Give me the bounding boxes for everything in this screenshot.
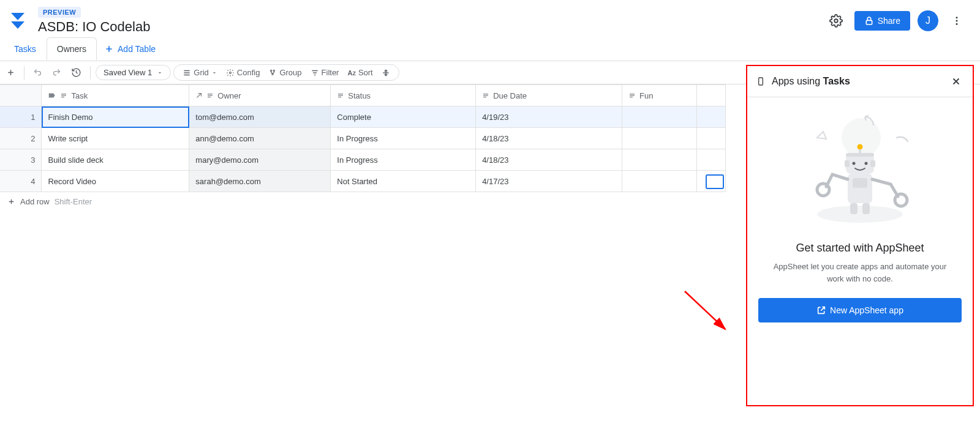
- cell-status[interactable]: Complete: [331, 106, 476, 128]
- text-icon: [628, 92, 636, 99]
- svg-point-2: [956, 17, 958, 18]
- cell-status[interactable]: Not Started: [331, 171, 476, 192]
- title-section: PREVIEW ASDB: IO Codelab: [38, 7, 825, 35]
- add-record-button[interactable]: [2, 65, 19, 80]
- svg-point-5: [229, 72, 231, 73]
- header-rownum[interactable]: [0, 85, 42, 106]
- text-icon: [482, 92, 489, 99]
- cell-fun[interactable]: [622, 171, 697, 192]
- undo-button[interactable]: [29, 65, 46, 80]
- svg-rect-1: [866, 20, 872, 24]
- row-number[interactable]: 1: [0, 106, 42, 128]
- open-external-icon: [816, 305, 826, 315]
- sort-button[interactable]: AZSort: [344, 66, 376, 79]
- user-avatar[interactable]: J: [918, 10, 938, 31]
- chevron-down-icon: [211, 70, 217, 76]
- header-duedate[interactable]: Due Date: [476, 85, 622, 106]
- share-label: Share: [878, 16, 900, 26]
- filter-icon: [311, 69, 319, 77]
- cell-task[interactable]: Build slide deck: [42, 149, 189, 171]
- cell-owner[interactable]: sarah@demo.com: [189, 171, 331, 192]
- group-button[interactable]: Group: [265, 66, 305, 79]
- header-fun[interactable]: Fun: [622, 85, 697, 106]
- cell-duedate[interactable]: 4/18/23: [476, 149, 622, 171]
- chevron-down-icon: [157, 70, 163, 76]
- svg-point-23: [895, 194, 907, 206]
- robot-illustration-icon: [799, 113, 921, 229]
- cell-owner[interactable]: tom@demo.com: [189, 106, 331, 128]
- row-number[interactable]: 4: [0, 171, 42, 192]
- svg-rect-15: [846, 153, 874, 157]
- svg-rect-21: [853, 178, 867, 188]
- row-number[interactable]: 3: [0, 149, 42, 171]
- cell-duedate[interactable]: 4/18/23: [476, 128, 622, 149]
- text-icon: [206, 92, 214, 99]
- separator: [24, 66, 24, 80]
- row-height-icon: [382, 69, 390, 77]
- cell-status[interactable]: In Progress: [331, 128, 476, 149]
- cell-fun[interactable]: [622, 128, 697, 149]
- cell-owner[interactable]: mary@demo.com: [189, 149, 331, 171]
- cell-extra[interactable]: [696, 106, 725, 128]
- filter-button[interactable]: Filter: [307, 66, 343, 79]
- row-height-button[interactable]: [378, 67, 394, 79]
- header-task[interactable]: Task: [42, 85, 189, 106]
- cell-extra[interactable]: [696, 128, 725, 149]
- config-button[interactable]: Config: [222, 66, 264, 79]
- history-icon: [71, 67, 81, 78]
- undo-icon: [33, 68, 42, 77]
- app-title[interactable]: ASDB: IO Codelab: [38, 19, 825, 35]
- smartphone-icon: [756, 76, 766, 86]
- cell-fun[interactable]: [622, 106, 697, 128]
- text-icon: [337, 92, 344, 99]
- toolbar-view-options: Grid Config Group Filter AZSort: [173, 64, 399, 81]
- apps-panel: Apps using Tasks: [746, 65, 974, 406]
- saved-view-dropdown[interactable]: Saved View 1: [96, 65, 171, 80]
- redo-icon: [52, 68, 61, 77]
- svg-point-10: [817, 206, 903, 223]
- cell-duedate[interactable]: 4/19/23: [476, 106, 622, 128]
- history-button[interactable]: [67, 65, 85, 80]
- panel-body: Get started with AppSheet AppSheet let y…: [747, 97, 973, 405]
- preview-chip: PREVIEW: [38, 7, 81, 18]
- grid-dropdown[interactable]: Grid: [179, 66, 221, 79]
- plus-icon: [7, 198, 15, 206]
- header-status[interactable]: Status: [331, 85, 476, 106]
- row-number[interactable]: 2: [0, 128, 42, 149]
- settings-button[interactable]: [825, 10, 847, 32]
- plus-icon: [104, 44, 114, 54]
- share-button[interactable]: Share: [854, 11, 910, 31]
- cell-extra[interactable]: [696, 149, 725, 171]
- group-icon: [268, 69, 277, 77]
- redo-button[interactable]: [48, 65, 65, 80]
- tab-tasks[interactable]: Tasks: [4, 37, 47, 61]
- table-row[interactable]: 2 Write script ann@demo.com In Progress …: [0, 128, 726, 149]
- more-menu-button[interactable]: [946, 10, 968, 32]
- header-actions: Share J: [825, 10, 968, 32]
- cell-duedate[interactable]: 4/17/23: [476, 171, 622, 192]
- text-icon: [60, 92, 67, 99]
- cell-owner[interactable]: ann@demo.com: [189, 128, 331, 149]
- close-panel-button[interactable]: [948, 73, 964, 89]
- cell-task[interactable]: Write script: [42, 128, 189, 149]
- search-column-input[interactable]: [706, 174, 724, 189]
- svg-point-17: [865, 162, 868, 165]
- table-row[interactable]: 1 Finish Demo tom@demo.com Complete 4/19…: [0, 106, 726, 128]
- label-icon: [48, 91, 56, 100]
- header-add-column[interactable]: [696, 85, 725, 106]
- cell-fun[interactable]: [622, 149, 697, 171]
- tab-owners[interactable]: Owners: [47, 37, 97, 61]
- add-table-button[interactable]: Add Table: [104, 44, 156, 54]
- new-appsheet-app-button[interactable]: New AppSheet app: [758, 298, 962, 322]
- svg-point-3: [956, 20, 958, 22]
- svg-rect-18: [870, 160, 875, 167]
- header-owner[interactable]: Owner: [189, 85, 331, 106]
- table-row[interactable]: 3 Build slide deck mary@demo.com In Prog…: [0, 149, 726, 171]
- table-row[interactable]: 4 Record Video sarah@demo.com Not Starte…: [0, 171, 726, 192]
- cell-task[interactable]: Record Video: [42, 171, 189, 192]
- cell-status[interactable]: In Progress: [331, 149, 476, 171]
- cell-task[interactable]: Finish Demo: [42, 106, 189, 128]
- panel-heading: Get started with AppSheet: [796, 242, 924, 255]
- sort-az-icon: AZ: [347, 69, 355, 76]
- svg-point-8: [272, 73, 273, 75]
